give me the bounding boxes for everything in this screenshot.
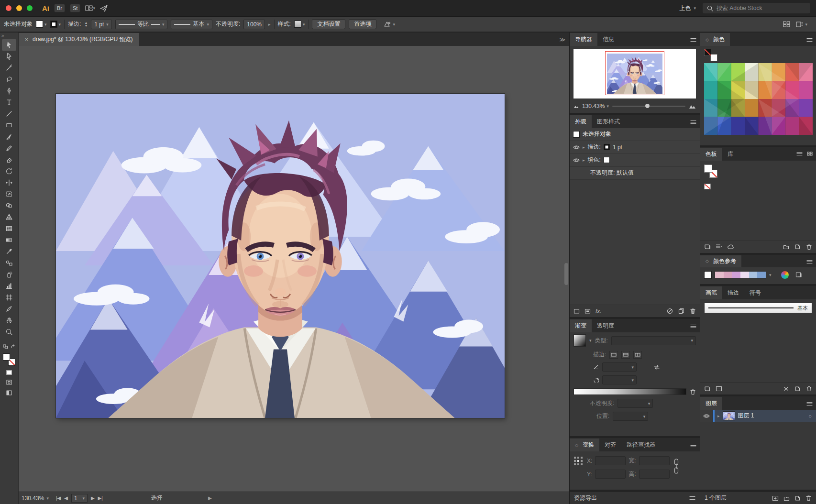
tab-close-icon[interactable]: × — [25, 36, 28, 43]
zoom-tool[interactable] — [2, 326, 16, 338]
width-profile-dropdown[interactable]: 等比▾ — [115, 20, 168, 29]
stroke-gradient-along-icon[interactable] — [621, 351, 630, 359]
tab-align[interactable]: 对齐 — [599, 438, 621, 451]
bridge-button[interactable]: Br — [54, 4, 65, 12]
panel-menu-icon[interactable] — [690, 119, 696, 126]
close-window-button[interactable] — [6, 5, 11, 11]
next-artboard-button[interactable]: ▶ — [91, 495, 95, 501]
navigator-zoom-slider[interactable] — [612, 106, 685, 107]
panel-menu-icon[interactable] — [806, 259, 813, 265]
stroke-row-swatch[interactable] — [604, 144, 610, 150]
arrange-documents-button[interactable]: ▾ — [85, 5, 95, 11]
x-field[interactable] — [595, 456, 626, 465]
tab-gradient[interactable]: 渐变 — [570, 319, 592, 332]
tab-symbols[interactable]: 符号 — [744, 286, 766, 299]
artboard-tool[interactable] — [2, 292, 16, 303]
appearance-row-stroke[interactable]: ▸ 描边: 1 pt — [570, 141, 700, 154]
panel-menu-icon[interactable] — [806, 401, 813, 407]
list-view-icon[interactable] — [796, 152, 803, 156]
rotate-tool[interactable] — [2, 165, 16, 177]
layer-row[interactable]: ▸ 图层 1 ○ — [700, 410, 816, 422]
symbol-sprayer-tool[interactable] — [2, 269, 16, 280]
stroke-color-dropdown[interactable]: ▾ — [50, 21, 61, 28]
gradient-location-dropdown[interactable]: ▾ — [613, 412, 648, 421]
add-effect-button[interactable]: fx. — [595, 308, 602, 315]
navigator-preview[interactable] — [573, 49, 696, 99]
panel-arrange-dropdown[interactable]: ▾ — [796, 22, 807, 27]
slice-tool[interactable] — [2, 303, 16, 315]
free-transform-tool[interactable] — [2, 188, 16, 200]
harmony-colors-strip[interactable] — [715, 271, 766, 279]
tab-navigator[interactable]: 导航器 — [570, 33, 597, 46]
color-spectrum[interactable] — [704, 63, 813, 135]
style-dropdown[interactable]: ▾ — [294, 21, 305, 28]
paintbrush-tool[interactable] — [2, 131, 16, 142]
tab-libraries[interactable]: 库 — [722, 148, 739, 161]
layer-row-body[interactable]: ▸ 图层 1 ○ — [715, 410, 816, 422]
swatches-fill-stroke-indicator[interactable] — [704, 164, 720, 180]
cloud-icon[interactable] — [727, 244, 734, 250]
chevron-right-icon[interactable]: ▸ — [583, 158, 585, 163]
new-brush-icon[interactable] — [794, 386, 801, 392]
blend-tool[interactable] — [2, 257, 16, 269]
chevron-right-icon[interactable]: ▸ — [268, 22, 271, 27]
fill-row-swatch[interactable] — [604, 157, 610, 163]
gradient-opacity-dropdown[interactable]: ▾ — [618, 399, 653, 408]
arrange-windows-button[interactable] — [783, 21, 790, 27]
perspective-grid-tool[interactable] — [2, 211, 16, 223]
layer-expand-chevron-icon[interactable]: ▸ — [717, 414, 720, 418]
screen-mode-icon[interactable] — [6, 390, 12, 396]
panel-menu-icon[interactable] — [689, 496, 695, 500]
height-field[interactable] — [639, 470, 670, 479]
magic-wand-tool[interactable] — [2, 62, 16, 74]
navigator-zoom-dropdown[interactable]: 130.43%▾ — [582, 103, 609, 110]
tab-graphic-styles[interactable]: 图形样式 — [592, 115, 625, 128]
new-layer-icon[interactable] — [794, 495, 801, 501]
rectangle-tool[interactable] — [2, 120, 16, 131]
new-color-group-icon[interactable] — [783, 244, 789, 250]
pen-tool[interactable] — [2, 85, 16, 97]
tab-stroke[interactable]: 描边 — [722, 286, 744, 299]
tab-color-guide[interactable]: ◇颜色参考 — [700, 255, 741, 267]
stroke-weight-stepper[interactable]: ▲▼ — [84, 22, 88, 27]
chevron-right-icon[interactable]: ▸ — [583, 145, 585, 150]
collect-for-export-icon[interactable] — [772, 495, 779, 501]
adobe-stock-search[interactable]: 搜索 Adobe Stock — [703, 3, 810, 13]
eye-icon[interactable] — [573, 158, 580, 163]
fill-stroke-indicator[interactable] — [3, 353, 15, 366]
appearance-row-opacity[interactable]: 不透明度: 默认值 — [570, 167, 700, 180]
tab-appearance[interactable]: 外观 — [570, 115, 592, 128]
fill-color-dropdown[interactable]: ▾ — [36, 21, 47, 28]
last-artboard-button[interactable]: ▶| — [98, 495, 103, 501]
share-button[interactable] — [100, 5, 108, 12]
panel-menu-icon[interactable] — [690, 37, 696, 44]
zoom-out-mountains-icon[interactable] — [573, 104, 579, 109]
column-graph-tool[interactable] — [2, 280, 16, 292]
add-new-stroke-icon[interactable] — [573, 308, 580, 314]
appearance-row-fill[interactable]: ▸ 填色: — [570, 154, 700, 167]
fill-swatch[interactable] — [704, 164, 712, 173]
base-color-swatch[interactable] — [704, 271, 712, 279]
tab-swatches[interactable]: 色板 — [700, 148, 722, 161]
clear-appearance-icon[interactable] — [667, 308, 673, 314]
appearance-row-selection[interactable]: 未选择对象 — [570, 128, 700, 141]
tab-transform[interactable]: ◇变换 — [570, 438, 599, 451]
tools-overflow-icon[interactable]: » — [0, 33, 6, 39]
trash-icon[interactable] — [806, 385, 812, 392]
gradient-type-dropdown[interactable]: ▾ — [611, 336, 696, 345]
constrain-proportions-link-icon[interactable] — [673, 458, 679, 474]
stroke-gradient-within-icon[interactable] — [609, 351, 618, 359]
lasso-tool[interactable] — [2, 74, 16, 85]
grid-view-icon[interactable] — [807, 152, 813, 156]
stock-button[interactable]: St — [70, 4, 80, 12]
chevron-down-icon[interactable]: ▾ — [589, 338, 592, 343]
trash-icon[interactable] — [806, 244, 812, 250]
document-tab[interactable]: × draw.jpg* @ 130.43% (RGB/GPU 预览) — [19, 33, 139, 46]
collapse-icon[interactable]: ◇ — [706, 259, 709, 263]
draw-normal-mode-icon[interactable] — [6, 379, 12, 385]
selection-tool[interactable] — [2, 39, 16, 51]
status-menu-arrow-icon[interactable]: ▶ — [208, 495, 212, 501]
minimize-window-button[interactable] — [16, 5, 22, 11]
canvas[interactable] — [19, 46, 569, 492]
panel-menu-icon[interactable] — [690, 323, 696, 330]
